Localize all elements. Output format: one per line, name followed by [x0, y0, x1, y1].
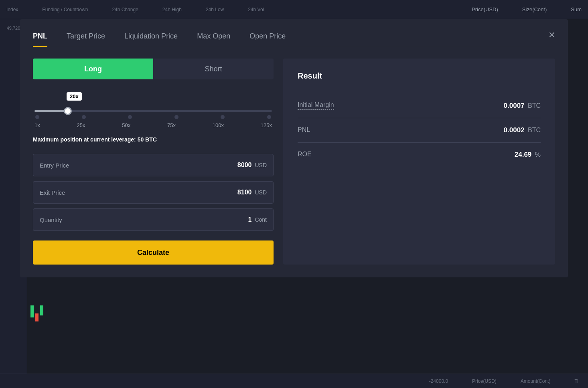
left-panel: Long Short 20x — [33, 59, 274, 265]
roe-label: ROE — [298, 151, 312, 159]
long-short-toggle: Long Short — [33, 59, 274, 79]
calculator-modal: PNL Target Price Liquidation Price Max O… — [20, 19, 568, 277]
candle — [40, 305, 43, 315]
quantity-unit: Cont — [255, 216, 267, 223]
tab-bar: PNL Target Price Liquidation Price Max O… — [33, 29, 555, 47]
long-button[interactable]: Long — [33, 59, 153, 79]
index-label: Index — [6, 7, 18, 12]
max-pos-prefix: Maximum position at current leverage: — [33, 136, 136, 143]
tab-liquidation-price[interactable]: Liquidation Price — [115, 29, 187, 47]
close-button[interactable]: × — [549, 29, 555, 47]
quantity-label: Quantity — [40, 216, 248, 223]
pnl-label: PNL — [298, 126, 310, 134]
slider-dot-75 — [174, 115, 178, 119]
slider-dot-25 — [82, 115, 86, 119]
slider-dot-100 — [221, 115, 225, 119]
sum-header: Sum — [571, 6, 582, 12]
entry-price-unit: USD — [255, 162, 267, 168]
entry-price-row: Entry Price 8000 USD — [33, 154, 274, 176]
slider-dots — [34, 115, 272, 119]
short-button[interactable]: Short — [153, 59, 274, 79]
roe-number: 24.69 — [515, 151, 532, 158]
calculate-button[interactable]: Calculate — [33, 240, 274, 265]
tab-max-open[interactable]: Max Open — [187, 29, 240, 47]
slider-fill — [34, 110, 68, 112]
tab-pnl[interactable]: PNL — [33, 29, 57, 47]
quantity-value[interactable]: 1 — [248, 216, 252, 223]
size-cont-header: Size(Cont) — [522, 6, 547, 12]
exit-price-unit: USD — [255, 189, 267, 196]
slider-label-25x: 25x — [77, 122, 85, 128]
bottom-bar: -24000.0 Price(USD) Amount(Cont) Ti — [0, 374, 588, 388]
price-usd-header: Price(USD) — [472, 6, 498, 12]
pnl-value: 0.0002 BTC — [504, 126, 541, 134]
max-position-text: Maximum position at current leverage: 50… — [33, 136, 274, 143]
roe-row: ROE 24.69 % — [298, 143, 541, 167]
entry-price-label: Entry Price — [40, 162, 237, 169]
bottom-amount-cont: Amount(Cont) — [521, 378, 551, 384]
slider-label-100x: 100x — [213, 122, 224, 128]
input-group: Entry Price 8000 USD Exit Price 8100 USD… — [33, 154, 274, 231]
pnl-unit: BTC — [528, 127, 541, 133]
slider-dot-125 — [267, 115, 271, 119]
pnl-number: 0.0002 — [504, 126, 525, 134]
roe-value: 24.69 % — [515, 151, 541, 159]
slider-thumb[interactable] — [64, 107, 72, 115]
bottom-ti: Ti — [574, 378, 578, 384]
roe-unit: % — [535, 151, 541, 158]
initial-margin-number: 0.0007 — [504, 102, 525, 109]
low-label: 24h Low — [206, 7, 224, 12]
initial-margin-row: Initial Margin 0.0007 BTC — [298, 93, 541, 118]
exit-price-row: Exit Price 8100 USD — [33, 181, 274, 204]
funding-label: Funding / Countdown — [42, 7, 88, 12]
initial-margin-value: 0.0007 BTC — [504, 102, 541, 110]
candle — [35, 313, 39, 321]
initial-margin-label: Initial Margin — [298, 101, 334, 110]
max-pos-value: 50 — [138, 136, 144, 143]
exit-price-label: Exit Price — [40, 189, 237, 196]
result-panel: Result Initial Margin 0.0007 BTC PNL 0.0… — [283, 59, 555, 265]
top-bar: Index Funding / Countdown 24h Change 24h… — [0, 0, 588, 19]
slider-labels: 1x 25x 50x 75x 100x 125x — [34, 122, 272, 128]
price-tick: 49,720 — [7, 26, 20, 30]
slider-label-125x: 125x — [261, 122, 272, 128]
slider-label-50x: 50x — [122, 122, 130, 128]
exit-price-value[interactable]: 8100 — [237, 189, 252, 196]
bottom-price-usd: Price(USD) — [472, 378, 497, 384]
leverage-label: 20x — [67, 92, 82, 101]
quantity-row: Quantity 1 Cont — [33, 208, 274, 231]
bottom-price-neg: -24000.0 — [429, 378, 448, 384]
slider-dot-1 — [35, 115, 39, 119]
max-pos-unit: BTC — [145, 136, 157, 143]
slider-track-wrapper: 1x 25x 50x 75x 100x 125x — [34, 104, 272, 130]
vol-label: 24h Vol — [248, 7, 264, 12]
slider-label-1x: 1x — [34, 122, 40, 128]
slider-dot-50 — [128, 115, 132, 119]
candle — [30, 305, 34, 317]
entry-price-value[interactable]: 8000 — [237, 162, 252, 169]
tab-target-price[interactable]: Target Price — [57, 29, 115, 47]
high-label: 24h High — [162, 7, 182, 12]
modal-body: Long Short 20x — [33, 59, 555, 265]
slider-track — [34, 110, 272, 112]
slider-label-75x: 75x — [167, 122, 176, 128]
pnl-row: PNL 0.0002 BTC — [298, 118, 541, 143]
change-label: 24h Change — [112, 7, 138, 12]
tab-open-price[interactable]: Open Price — [240, 29, 295, 47]
result-title: Result — [298, 71, 541, 81]
leverage-slider-area: 20x 1x — [33, 92, 274, 130]
initial-margin-unit: BTC — [528, 102, 541, 109]
